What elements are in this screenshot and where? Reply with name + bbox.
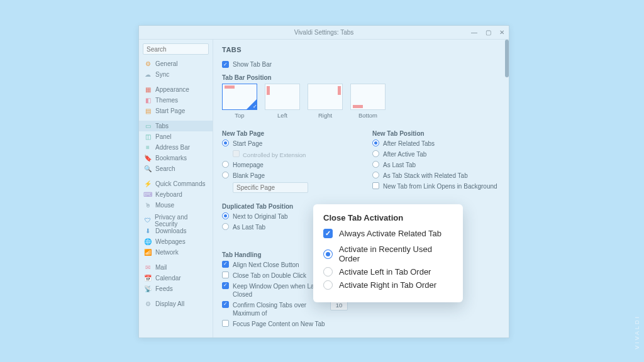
sidebar-item-feeds[interactable]: 📡Feeds [139, 283, 213, 294]
sidebar-item-search[interactable]: 🔍Search [139, 163, 213, 174]
tab-handling-checkbox-1[interactable] [222, 272, 229, 278]
sidebar-item-label: Display All [155, 300, 184, 307]
new-tab-position-header: New Tab Position [372, 130, 497, 137]
tab-position-top[interactable]: Top [222, 84, 257, 119]
new-tab-page-label-1: Homepage [233, 161, 347, 169]
always-activate-related-checkbox[interactable]: ✓ [323, 229, 333, 238]
sidebar-item-label: Downloads [155, 228, 186, 234]
tab-position-left[interactable]: Left [265, 84, 300, 119]
sidebar-item-general[interactable]: ⚙General [139, 58, 213, 69]
tab-handling-max-input[interactable]: 10 [330, 301, 348, 310]
new-tab-position-radio-1[interactable] [372, 150, 379, 157]
tab-bar-position-group: TopLeftRightBottom [222, 84, 497, 119]
tab-handling-checkbox-4[interactable] [222, 320, 229, 327]
sidebar-icon: ⚙ [144, 300, 152, 308]
sidebar-item-label: Network [155, 249, 179, 256]
tab-handling-label-3: Confirm Closing Tabs over Maximum of [233, 301, 326, 317]
sidebar-icon: 🌐 [144, 238, 152, 246]
titlebar: Vivaldi Settings: Tabs — ▢ ✕ [139, 26, 509, 40]
main-scrollbar[interactable] [505, 40, 509, 337]
vivaldi-watermark: VIVALDI [634, 315, 640, 349]
sidebar-item-downloads[interactable]: ⬇Downloads [139, 226, 213, 236]
sidebar-icon: ⚙ [144, 60, 152, 68]
sidebar-item-address-bar[interactable]: ≡Address Bar [139, 142, 213, 153]
tab-handling-checkbox-2[interactable]: ✓ [222, 282, 229, 289]
close-button[interactable]: ✕ [496, 27, 508, 38]
show-tab-bar-checkbox[interactable]: ✓ [222, 61, 229, 68]
duplicated-tab-radio-1[interactable] [222, 223, 229, 230]
sidebar-icon: ◫ [144, 133, 152, 141]
close-tab-radio-2[interactable] [323, 280, 333, 290]
specific-page-input[interactable] [233, 182, 308, 193]
new-tab-position-label-0: After Related Tabs [383, 140, 497, 148]
sidebar-item-label: Mouse [155, 202, 174, 209]
sidebar-item-label: Tabs [155, 123, 169, 129]
scrollbar-thumb[interactable] [505, 40, 509, 77]
sidebar-item-network[interactable]: 📶Network [139, 247, 213, 258]
sidebar-icon: 🔍 [144, 165, 152, 173]
search-input[interactable] [143, 43, 209, 55]
minimize-button[interactable]: — [469, 27, 480, 38]
duplicated-tab-radio-0[interactable] [222, 212, 229, 219]
sidebar-item-label: Webpages [155, 238, 186, 245]
always-activate-related-label: Always Activate Related Tab [339, 229, 441, 238]
maximize-button[interactable]: ▢ [482, 27, 494, 38]
sidebar-icon: 📶 [144, 249, 152, 256]
sidebar-icon: ◧ [144, 97, 152, 104]
sidebar-item-bookmarks[interactable]: 🔖Bookmarks [139, 153, 213, 163]
new-tab-page-radio-0[interactable] [222, 140, 229, 146]
sidebar-item-mail[interactable]: ✉Mail [139, 262, 213, 273]
new-tab-position-radio-2[interactable] [372, 161, 379, 168]
sidebar-item-display-all[interactable]: ⚙Display All [139, 299, 213, 309]
sidebar-item-appearance[interactable]: ▦Appearance [139, 84, 213, 95]
sidebar-item-label: Appearance [155, 86, 189, 93]
close-tab-radio-1[interactable] [323, 267, 333, 277]
new-tab-page-radio-1[interactable] [222, 161, 229, 168]
tab-position-bottom[interactable]: Bottom [350, 84, 386, 119]
new-tab-position-label-3: As Tab Stack with Related Tab [383, 172, 497, 180]
new-tab-bg-checkbox[interactable] [372, 182, 379, 189]
sidebar-item-label: Panel [155, 133, 172, 140]
sidebar-item-label: Quick Commands [155, 180, 205, 187]
new-tab-page-radio-2[interactable] [222, 172, 229, 178]
new-tab-position-radio-3[interactable] [372, 172, 379, 178]
sidebar-item-label: Privacy and Security [155, 214, 208, 228]
sidebar-icon: ☁ [144, 71, 152, 79]
sidebar-item-label: Address Bar [155, 144, 190, 151]
tab-handling-checkbox-0[interactable]: ✓ [222, 261, 229, 268]
close-tab-radio-0[interactable] [323, 250, 333, 259]
tab-bar-position-header: Tab Bar Position [222, 74, 497, 81]
new-tab-bg-label: New Tab from Link Opens in Background [383, 182, 497, 190]
sidebar-item-mouse[interactable]: 🖱Mouse [139, 200, 213, 211]
sidebar-icon: 📡 [144, 285, 152, 293]
close-tab-label-1: Activate Left in Tab Order [339, 267, 431, 277]
window-title: Vivaldi Settings: Tabs [294, 29, 354, 36]
sidebar-icon: ⚡ [144, 180, 152, 188]
sidebar-item-webpages[interactable]: 🌐Webpages [139, 236, 213, 247]
sidebar-item-label: General [155, 60, 178, 67]
sidebar-item-panel[interactable]: ◫Panel [139, 131, 213, 142]
controlled-ext-checkbox [233, 150, 240, 157]
sidebar-item-label: Feeds [155, 285, 173, 292]
sidebar-icon: 🔖 [144, 155, 152, 162]
tab-handling-checkbox-3[interactable]: ✓ [222, 301, 229, 308]
sidebar-item-label: Calendar [155, 275, 181, 282]
new-tab-page-label-2: Blank Page [233, 172, 347, 180]
sidebar-item-privacy-and-security[interactable]: 🛡Privacy and Security [139, 215, 213, 226]
sidebar-item-start-page[interactable]: ▤Start Page [139, 106, 213, 116]
sidebar-item-themes[interactable]: ◧Themes [139, 95, 213, 106]
sidebar-item-label: Bookmarks [155, 155, 187, 162]
close-tab-activation-popover: Close Tab Activation ✓ Always Activate R… [313, 204, 463, 302]
sidebar-item-tabs[interactable]: ▭Tabs [139, 121, 213, 131]
sidebar-item-sync[interactable]: ☁Sync [139, 69, 213, 80]
sidebar-item-label: Search [155, 165, 175, 172]
tab-position-right[interactable]: Right [308, 84, 343, 119]
sidebar-icon: ≡ [144, 144, 152, 151]
sidebar-item-label: Themes [155, 97, 178, 104]
sidebar-item-label: Keyboard [155, 191, 182, 198]
sidebar-item-quick-commands[interactable]: ⚡Quick Commands [139, 178, 213, 189]
sidebar-item-calendar[interactable]: 📅Calendar [139, 273, 213, 283]
new-tab-position-radio-0[interactable] [372, 140, 379, 146]
sidebar-item-label: Mail [155, 264, 167, 271]
sidebar-item-keyboard[interactable]: ⌨Keyboard [139, 189, 213, 200]
